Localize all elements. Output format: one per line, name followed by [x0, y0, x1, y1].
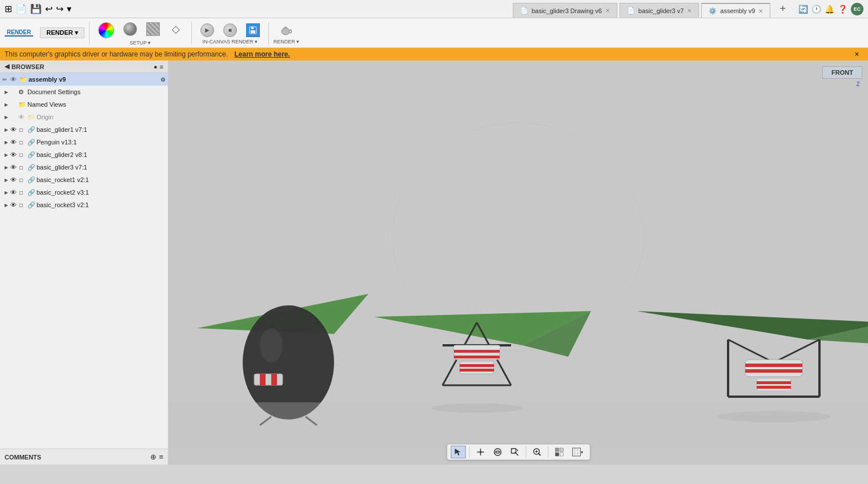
tree-cb-glider3[interactable]: □ [19, 164, 27, 171]
clock-icon[interactable]: 🕐 [811, 5, 821, 14]
tree-eye-glider1[interactable]: 👁 [10, 126, 19, 133]
tree-item-glider1[interactable]: ▶ 👁 □ 🔗 basic_glider1 v7:1 [0, 123, 168, 136]
tree-label-rocket3: basic_rocket3 v2:1 [37, 201, 166, 208]
warning-link[interactable]: Learn more here. [234, 50, 290, 58]
more-icon[interactable]: ▾ [67, 3, 71, 14]
browser-back-icon[interactable]: ◀ [5, 63, 9, 70]
tree-item-doc-settings[interactable]: ▶ ⚙ Document Settings [0, 86, 168, 98]
tree-arrow-origin: ▶ [2, 115, 10, 120]
undo-icon[interactable]: ↩ [45, 3, 53, 14]
select-tool-button[interactable] [451, 446, 465, 458]
grid-settings-button[interactable]: ▾ [569, 446, 586, 458]
tree-item-origin[interactable]: ▶ 👁 📁 Origin [0, 111, 168, 123]
display-mode-button[interactable] [552, 446, 566, 458]
svg-rect-55 [555, 448, 558, 451]
tree-item-named-views[interactable]: ▶ 📁 Named Views [0, 98, 168, 111]
tree-link-penguin: 🔗 [27, 139, 37, 146]
comments-add-icon[interactable]: ⊕ [150, 453, 156, 461]
tree-eye-rocket2[interactable]: 👁 [10, 189, 19, 196]
in-canvas-stop-button[interactable]: ■ [219, 22, 241, 39]
tree-item-assembly[interactable]: ✏ 👁 📁 assembly v9 ⚙ [0, 73, 168, 86]
tree-arrow-glider2: ▶ [2, 152, 10, 158]
tab-drawing-icon: 📄 [520, 7, 528, 14]
tree-eye-glider2[interactable]: 👁 [10, 151, 19, 158]
texture-icon [146, 22, 160, 36]
tab-assembly[interactable]: ⚙️ assembly v9 ✕ [701, 3, 770, 18]
tree-item-rocket2[interactable]: ▶ 👁 □ 🔗 basic_rocket2 v3:1 [0, 186, 168, 199]
grid-icon[interactable]: ⊞ [5, 3, 12, 14]
help-icon[interactable]: ❓ [838, 5, 847, 14]
bottom-toolbar: ▾ [447, 444, 590, 460]
tab-drawing-close[interactable]: ✕ [605, 7, 610, 14]
tree-cb-glider2[interactable]: □ [19, 152, 27, 158]
svg-marker-44 [455, 449, 460, 455]
tree-arrow-glider3: ▶ [2, 165, 10, 170]
setup-label[interactable]: SETUP ▾ [130, 40, 151, 46]
in-canvas-render-label[interactable]: IN-CANVAS RENDER ▾ [203, 39, 258, 45]
view-cube[interactable]: FRONT Z [822, 66, 862, 100]
tree-item-glider2[interactable]: ▶ 👁 □ 🔗 basic_glider2 v8:1 [0, 148, 168, 161]
sync-icon[interactable]: 🔄 [798, 5, 808, 14]
tree-eye-glider3[interactable]: 👁 [10, 164, 19, 171]
view-cube-container[interactable]: FRONT Z [822, 66, 862, 100]
pan-tool-button[interactable] [473, 446, 488, 458]
orbit-tool-button[interactable] [490, 446, 505, 458]
environment-button[interactable] [119, 21, 141, 40]
tree-label-penguin: Penguin v13:1 [37, 139, 166, 146]
color-wheel-button[interactable] [94, 21, 118, 40]
browser-menu-icon[interactable]: ≡ [160, 63, 163, 70]
render-mode-button[interactable]: RENDER ▾ [40, 27, 85, 38]
svg-line-48 [515, 452, 518, 455]
tree-item-penguin[interactable]: ▶ 👁 □ 🔗 Penguin v13:1 [0, 136, 168, 148]
top-bar: ⊞ 📄 💾 ↩ ↪ ▾ 📄 basic_glider3 Drawing v6 ✕… [0, 0, 868, 18]
tree-eye-rocket1[interactable]: 👁 [10, 176, 19, 183]
tree-cb-glider1[interactable]: □ [19, 127, 27, 133]
save-render-button[interactable] [242, 22, 264, 39]
tree-item-glider3[interactable]: ▶ 👁 □ 🔗 basic_glider3 v7:1 [0, 161, 168, 174]
tree-item-rocket1[interactable]: ▶ 👁 □ 🔗 basic_rocket1 v2:1 [0, 174, 168, 186]
redo-icon[interactable]: ↪ [56, 3, 63, 14]
tree-settings-icon[interactable]: ⚙ [160, 76, 166, 83]
in-canvas-render-button[interactable]: ▶ [196, 22, 218, 39]
file-icon[interactable]: 📄 [15, 3, 27, 14]
svg-point-3 [282, 28, 290, 35]
tab-glider3v7-close[interactable]: ✕ [687, 7, 692, 14]
toolbar: RENDER RENDER ▾ ◇ SETUP ▾ [0, 18, 868, 48]
tree-cb-rocket1[interactable]: □ [19, 177, 27, 183]
material-button[interactable]: ◇ [165, 21, 187, 40]
render-action-label[interactable]: RENDER ▾ [274, 39, 300, 45]
warning-close-icon[interactable]: × [850, 50, 863, 58]
tree-item-rocket3[interactable]: ▶ 👁 □ 🔗 basic_rocket3 v2:1 [0, 199, 168, 211]
tab-assembly-icon: ⚙️ [709, 7, 717, 15]
tree-eye-icon[interactable]: 👁 [10, 76, 19, 83]
comments-menu-icon[interactable]: ≡ [159, 453, 163, 461]
tree-folder-icon: 📁 [19, 76, 29, 83]
sidebar-header: ◀ BROWSER ● ≡ [0, 61, 168, 73]
sidebar-bottom: COMMENTS ⊕ ≡ [0, 449, 168, 465]
tab-assembly-close[interactable]: ✕ [758, 8, 763, 14]
svg-rect-24 [460, 364, 494, 367]
user-avatar[interactable]: EC [851, 3, 863, 15]
zoom-button[interactable] [529, 446, 544, 458]
save-icon[interactable]: 💾 [30, 3, 42, 14]
tree-eye-rocket3[interactable]: 👁 [10, 201, 19, 208]
render-action-button[interactable] [276, 22, 298, 39]
tab-bar: 📄 basic_glider3 Drawing v6 ✕ 📄 basic_gli… [513, 0, 772, 18]
tree-cb-rocket2[interactable]: □ [19, 189, 27, 196]
tree-link-glider2: 🔗 [27, 151, 37, 159]
tab-glider3v7[interactable]: 📄 basic_glider3 v7 ✕ [620, 3, 700, 18]
view-cube-front-face[interactable]: FRONT [822, 66, 862, 79]
tree-cb-rocket3[interactable]: □ [19, 202, 27, 208]
warning-bar: This computer's graphics driver or hardw… [0, 48, 868, 61]
tree-cb-penguin[interactable]: □ [19, 139, 27, 146]
browser-pin-icon[interactable]: ● [154, 63, 158, 70]
new-tab-button[interactable]: + [775, 3, 790, 15]
zoom-window-button[interactable] [507, 446, 522, 458]
svg-rect-7 [254, 374, 283, 385]
texture-button[interactable] [142, 21, 164, 40]
tree-eye-penguin[interactable]: 👁 [10, 139, 19, 146]
tab-drawing[interactable]: 📄 basic_glider3 Drawing v6 ✕ [513, 3, 617, 18]
svg-rect-36 [745, 360, 802, 377]
viewport[interactable]: FRONT Z [168, 61, 868, 465]
bell-icon[interactable]: 🔔 [825, 5, 834, 14]
